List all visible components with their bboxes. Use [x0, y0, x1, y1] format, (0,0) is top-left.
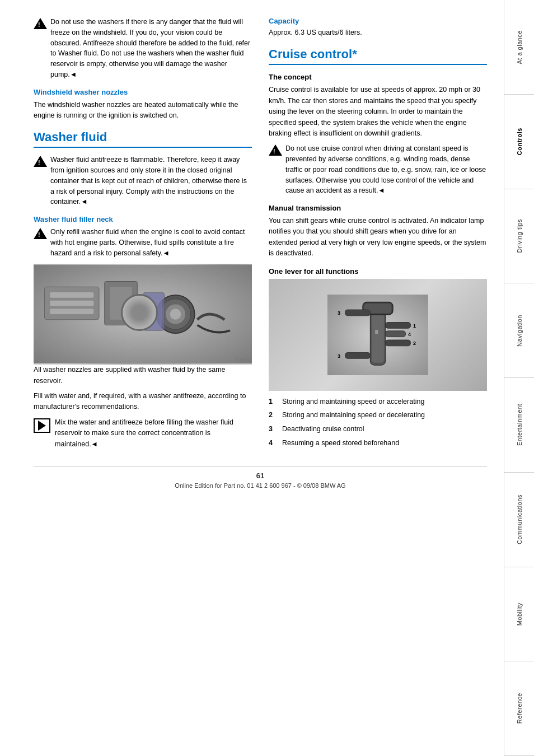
- svg-text:1: 1: [413, 323, 416, 328]
- concept-text: Cruise control is available for use at s…: [269, 85, 487, 139]
- sidebar-communications[interactable]: Communications: [504, 473, 534, 567]
- warning-icon-3: [34, 228, 47, 239]
- caption-1: All washer nozzles are supplied with was…: [34, 365, 252, 386]
- sidebar-navigation[interactable]: Navigation: [504, 283, 534, 378]
- svg-rect-5: [50, 309, 93, 315]
- svg-rect-4: [50, 301, 93, 306]
- windshield-text: The windshield washer nozzles are heated…: [34, 100, 252, 122]
- sidebar-label-reference: Reference: [516, 693, 523, 724]
- sidebar-at-a-glance[interactable]: At a glance: [504, 0, 534, 95]
- svg-text:3: 3: [338, 353, 340, 358]
- item-1-text: Storing and maintaining speed or acceler…: [282, 396, 424, 407]
- svg-text:3: 3: [338, 310, 340, 316]
- list-item-2: 2 Storing and maintaining speed or decel…: [269, 410, 487, 421]
- svg-rect-23: [386, 340, 411, 346]
- warning-icon-4: [269, 144, 282, 156]
- svg-text:© BMW AG: © BMW AG: [236, 357, 252, 362]
- sidebar-label-at-a-glance: At a glance: [516, 30, 523, 64]
- washer-fluid-warning-block: Washer fluid antifreeze is flammable. Th…: [34, 155, 252, 207]
- sidebar-label-driving-tips: Driving tips: [516, 219, 523, 253]
- svg-rect-29: [386, 330, 406, 337]
- right-column: Capacity Approx. 6.3 US quarts/6 liters.…: [269, 17, 487, 455]
- note-text: Mix the water and antifreeze before fill…: [55, 417, 252, 450]
- svg-rect-21: [386, 322, 411, 328]
- sidebar-label-controls: Controls: [516, 128, 523, 155]
- filler-neck-heading: Washer fluid filler neck: [34, 215, 252, 223]
- svg-text:2: 2: [413, 340, 416, 346]
- svg-rect-18: [372, 307, 384, 362]
- manual-heading: Manual transmission: [269, 204, 487, 212]
- washer-fluid-title: Washer fluid: [34, 130, 252, 148]
- sidebar-entertainment[interactable]: Entertainment: [504, 378, 534, 473]
- washer-fluid-warning-text: Washer fluid antifreeze is flammable. Th…: [50, 155, 252, 207]
- top-warning-block: Do not use the washers if there is any d…: [34, 17, 252, 80]
- svg-rect-0: [34, 265, 252, 364]
- lever-heading: One lever for all functions: [269, 267, 487, 276]
- manual-text: You can shift gears while cruise control…: [269, 216, 487, 259]
- svg-rect-1: [34, 265, 252, 364]
- svg-text:4: 4: [408, 331, 411, 337]
- numbered-list: 1 Storing and maintaining speed or accel…: [269, 396, 487, 449]
- caption-2: Fill with water and, if required, with a…: [34, 391, 252, 413]
- item-2-text: Storing and maintaining speed or deceler…: [282, 410, 425, 421]
- svg-point-6: [156, 295, 194, 333]
- num-4: 4: [269, 438, 277, 449]
- sidebar-controls[interactable]: Controls: [504, 95, 534, 189]
- filler-warning-block: Only refill washer fluid when the engine…: [34, 227, 252, 258]
- svg-rect-13: [143, 292, 165, 330]
- num-3: 3: [269, 424, 277, 435]
- item-4-text: Resuming a speed stored beforehand: [282, 438, 399, 449]
- concept-heading: The concept: [269, 73, 487, 81]
- top-warning-text: Do not use the washers if there is any d…: [50, 17, 252, 80]
- warning-icon: [34, 18, 47, 29]
- svg-point-8: [166, 305, 185, 324]
- svg-rect-25: [345, 310, 371, 316]
- cruise-warning-block: Do not use cruise control when driving a…: [269, 143, 487, 196]
- list-item-3: 3 Deactivating cruise control: [269, 424, 487, 435]
- sidebar-label-communications: Communications: [516, 494, 523, 544]
- capacity-heading: Capacity: [269, 17, 487, 25]
- svg-rect-12: [110, 287, 132, 320]
- footer: 61 Online Edition for Part no. 01 41 2 6…: [34, 466, 487, 489]
- note-block: Mix the water and antifreeze before fill…: [34, 417, 252, 450]
- svg-rect-3: [50, 292, 93, 298]
- list-item-4: 4 Resuming a speed stored beforehand: [269, 438, 487, 449]
- item-3-text: Deactivating cruise control: [282, 424, 364, 435]
- capacity-text: Approx. 6.3 US quarts/6 liters.: [269, 27, 487, 38]
- num-1: 1: [269, 396, 277, 407]
- washer-photo: © BMW AG: [34, 264, 252, 365]
- sidebar-mobility[interactable]: Mobility: [504, 567, 534, 662]
- filler-warning-text: Only refill washer fluid when the engine…: [50, 227, 252, 258]
- svg-point-7: [160, 299, 191, 330]
- svg-text:|||: |||: [375, 328, 378, 333]
- svg-rect-11: [105, 282, 138, 325]
- cruise-lever-photo: 1 2 3 3 4 |||: [269, 279, 487, 391]
- triangle-icon: [38, 421, 46, 431]
- sidebar-reference[interactable]: Reference: [504, 661, 534, 756]
- edition-text: Online Edition for Part no. 01 41 2 600 …: [34, 482, 487, 489]
- sidebar-label-navigation: Navigation: [516, 315, 523, 347]
- svg-point-9: [170, 309, 181, 320]
- cruise-warning-text: Do not use cruise control when driving a…: [285, 143, 487, 196]
- note-icon: [34, 418, 50, 433]
- page-number: 61: [34, 472, 487, 480]
- cruise-title: Cruise control*: [269, 47, 487, 65]
- list-item-1: 1 Storing and maintaining speed or accel…: [269, 396, 487, 407]
- sidebar-driving-tips[interactable]: Driving tips: [504, 189, 534, 284]
- num-2: 2: [269, 410, 277, 421]
- sidebar-label-entertainment: Entertainment: [516, 404, 523, 446]
- svg-rect-27: [345, 352, 371, 358]
- sidebar: At a glance Controls Driving tips Naviga…: [504, 0, 534, 756]
- windshield-heading: Windshield washer nozzles: [34, 88, 252, 96]
- main-content: Do not use the washers if there is any d…: [0, 0, 504, 756]
- sidebar-label-mobility: Mobility: [516, 603, 523, 626]
- svg-rect-14: [146, 295, 162, 328]
- warning-icon-2: [34, 156, 47, 167]
- left-column: Do not use the washers if there is any d…: [34, 17, 252, 455]
